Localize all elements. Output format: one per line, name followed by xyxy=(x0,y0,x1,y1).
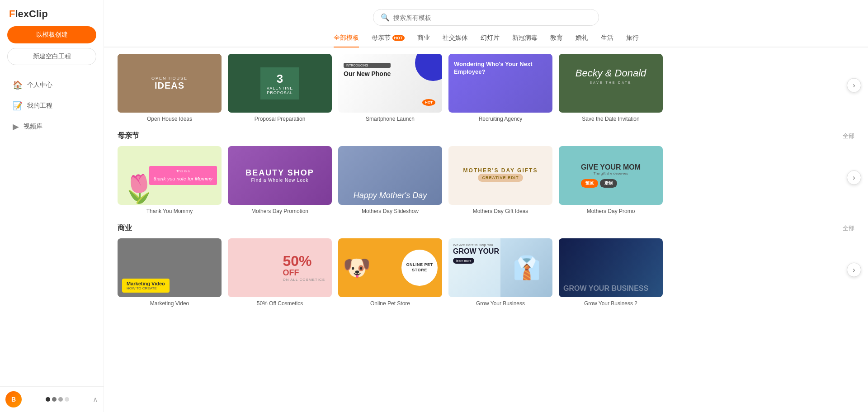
template-name-grow1: Grow Your Business xyxy=(448,300,552,307)
mothers-next-button[interactable]: › xyxy=(847,170,861,185)
tab-education[interactable]: 教育 xyxy=(550,34,563,47)
dot-light xyxy=(58,397,63,402)
template-card-grow2[interactable]: Grow Your Business Grow Your Business 2 xyxy=(559,238,663,307)
tab-covid[interactable]: 新冠病毒 xyxy=(512,34,538,47)
smartphone-hot-tag: HOT xyxy=(422,99,435,106)
thankyou-main: thank you note for Mommy xyxy=(154,175,212,182)
give-mom-text: GIVE YOUR MOM The gift she deserves 预览 定… xyxy=(581,163,641,188)
template-name-smartphone: Smartphone Launch xyxy=(338,116,442,122)
template-card-mothers-day[interactable]: Happy Mother's Day Mothers Day Slideshow xyxy=(338,146,442,214)
template-name-recruiting: Recruiting Agency xyxy=(448,116,552,122)
tab-wedding[interactable]: 婚礼 xyxy=(576,34,588,47)
template-thumb-beauty: BEAUTY SHOP Find a Whole New Look xyxy=(228,146,332,205)
business-section-header: 商业 全部 xyxy=(118,223,854,233)
search-icon: 🔍 xyxy=(381,13,390,22)
template-card-marketing[interactable]: Marketing Video HOW TO CREATE Marketing … xyxy=(118,238,222,307)
grow1-person: 👔 xyxy=(500,238,552,297)
dot-dark xyxy=(46,397,50,402)
template-card-give-mom[interactable]: GIVE YOUR MOM The gift she deserves 预览 定… xyxy=(559,146,663,214)
template-card-recruiting[interactable]: Wondering Who's Your Next Employee? Recr… xyxy=(448,54,552,122)
template-card-mothers-gifts[interactable]: MOTHER'S DAY GIFTS CREATIVE EDIT Mothers… xyxy=(448,146,552,214)
pet-emoji: 🐶 xyxy=(343,255,371,281)
create-from-template-button[interactable]: 以模板创建 xyxy=(7,26,96,43)
proposal-label1: VALENTINE xyxy=(267,86,293,90)
template-card-smartphone[interactable]: INTRODUCING Our New Phone HOT Smartphone… xyxy=(338,54,442,122)
sidebar-item-library[interactable]: ▶ 视频库 xyxy=(4,117,100,137)
search-area: 🔍 xyxy=(104,0,868,30)
template-card-proposal[interactable]: 3 VALENTINE PROPOSAL Proposal Preparatio… xyxy=(228,54,332,122)
template-card-open-house[interactable]: OPEN HOUSE IDEAS Open House Ideas xyxy=(118,54,222,122)
50off-big: 50% xyxy=(283,254,326,268)
template-thumb-open-house: OPEN HOUSE IDEAS xyxy=(118,54,222,113)
mothers-gifts-main: MOTHER'S DAY GIFTS xyxy=(463,167,538,174)
tab-mothers[interactable]: 母亲节 HOT xyxy=(372,34,405,47)
proposal-label2: PROPOSAL xyxy=(267,90,293,95)
mothers-day-script: Happy Mother's Day xyxy=(354,191,427,200)
tab-all[interactable]: 全部模板 xyxy=(334,34,359,47)
mothers-row: 🌷 This is a thank you note for Mommy Tha… xyxy=(118,146,854,214)
template-thumb-grow2: Grow Your Business xyxy=(559,238,663,297)
template-thumb-proposal: 3 VALENTINE PROPOSAL xyxy=(228,54,332,113)
business-row: Marketing Video HOW TO CREATE Marketing … xyxy=(118,238,854,307)
mothers-section-all[interactable]: 全部 xyxy=(843,132,854,140)
template-name-pet-store: Online Pet Store xyxy=(338,300,442,307)
business-next-button[interactable]: › xyxy=(847,262,861,277)
business-section-all[interactable]: 全部 xyxy=(843,224,854,232)
template-name-beauty: Mothers Day Promotion xyxy=(228,208,332,214)
tab-slides[interactable]: 幻灯片 xyxy=(481,34,500,47)
template-thumb-mothers-day: Happy Mother's Day xyxy=(338,146,442,205)
search-box: 🔍 xyxy=(373,9,599,26)
template-name-mothers-gifts: Mothers Day Gift Ideas xyxy=(448,208,552,214)
edit-icon: 📝 xyxy=(13,101,23,111)
smartphone-bg-circle xyxy=(415,54,442,81)
logo-text: FlexClip xyxy=(9,8,48,20)
sidebar-item-projects-label: 我的工程 xyxy=(27,102,52,110)
template-card-thankyou[interactable]: 🌷 This is a thank you note for Mommy Tha… xyxy=(118,146,222,214)
give-mom-preview-button[interactable]: 预览 xyxy=(581,179,598,188)
avatar[interactable]: B xyxy=(5,391,22,407)
tab-social[interactable]: 社交媒体 xyxy=(443,34,468,47)
beauty-text: BEAUTY SHOP Find a Whole New Look xyxy=(245,168,314,183)
create-blank-button[interactable]: 新建空白工程 xyxy=(7,48,96,65)
template-thumb-grow1: We Are Here to Help You Grow Your Busine… xyxy=(448,238,552,297)
becky-text: Becky & Donald SAVE THE DATE xyxy=(559,67,663,84)
tab-life[interactable]: 生活 xyxy=(601,34,613,47)
smartphone-intro: INTRODUCING xyxy=(344,63,391,68)
sidebar-item-projects[interactable]: 📝 我的工程 xyxy=(4,96,100,116)
sidebar-item-personal[interactable]: 🏠 个人中心 xyxy=(4,75,100,95)
give-mom-main: GIVE YOUR MOM xyxy=(581,163,641,171)
tab-business[interactable]: 商业 xyxy=(417,34,430,47)
template-name-50off: 50% Off Cosmetics xyxy=(228,300,332,307)
template-name-proposal: Proposal Preparation xyxy=(228,116,332,122)
logo-flex: F xyxy=(9,8,15,19)
template-card-50off[interactable]: 50% OFF ON ALL COSMETICS 50% Off Cosmeti… xyxy=(228,238,332,307)
template-thumb-50off: 50% OFF ON ALL COSMETICS xyxy=(228,238,332,297)
template-name-mothers-day: Mothers Day Slideshow xyxy=(338,208,442,214)
open-house-big: IDEAS xyxy=(151,81,188,91)
give-mom-custom-button[interactable]: 定制 xyxy=(600,179,617,188)
thankyou-tag: This is a xyxy=(154,168,212,174)
content-area: OPEN HOUSE IDEAS Open House Ideas 3 VALE… xyxy=(104,54,868,320)
proposal-num: 3 xyxy=(267,72,293,86)
template-name-thankyou: Thank You Mommy xyxy=(118,208,222,214)
dot-lighter xyxy=(65,397,69,402)
template-card-pet-store[interactable]: 🐶 ONLINE PET STORE Online Pet Store xyxy=(338,238,442,307)
50off-sub: ON ALL COSMETICS xyxy=(283,278,326,282)
collapse-button[interactable]: ∧ xyxy=(93,395,98,404)
beauty-sub: Find a Whole New Look xyxy=(245,178,314,183)
business-section-title: 商业 xyxy=(118,223,132,233)
proposal-card: 3 VALENTINE PROPOSAL xyxy=(260,67,299,99)
search-input[interactable] xyxy=(393,14,591,21)
thankyou-text: This is a thank you note for Mommy xyxy=(149,166,217,185)
50off-off: OFF xyxy=(283,268,326,278)
home-icon: 🏠 xyxy=(13,80,23,90)
featured-next-button[interactable]: › xyxy=(847,78,861,92)
tab-travel[interactable]: 旅行 xyxy=(626,34,639,47)
business-section: Marketing Video HOW TO CREATE Marketing … xyxy=(118,238,854,307)
template-card-becky[interactable]: Becky & Donald SAVE THE DATE Save the Da… xyxy=(559,54,663,122)
recruiting-text: Wondering Who's Your Next Employee? xyxy=(454,61,552,76)
smartphone-text: INTRODUCING Our New Phone xyxy=(344,63,391,78)
template-card-beauty[interactable]: BEAUTY SHOP Find a Whole New Look Mother… xyxy=(228,146,332,214)
template-card-grow1[interactable]: We Are Here to Help You Grow Your Busine… xyxy=(448,238,552,307)
becky-subtitle: SAVE THE DATE xyxy=(559,81,663,84)
